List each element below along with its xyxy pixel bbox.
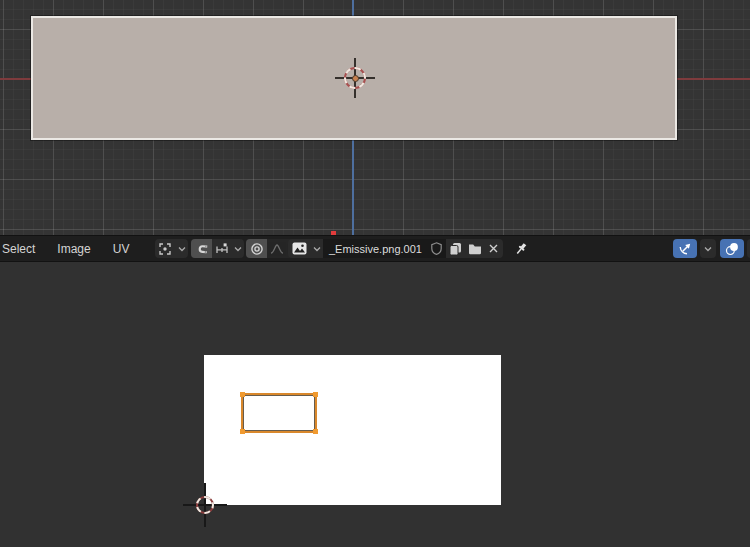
uv-vertex[interactable] (240, 429, 245, 434)
editor-header: Select Image UV (0, 235, 750, 262)
proportional-editing-icon (250, 242, 264, 256)
3d-viewport[interactable] (0, 0, 750, 235)
new-image-button[interactable] (446, 239, 465, 258)
open-image-button[interactable] (465, 239, 484, 258)
snap-magnet-icon (194, 241, 209, 256)
gizmo-toggle-button[interactable] (673, 239, 697, 258)
image-display (204, 355, 501, 505)
uv-vertex[interactable] (313, 429, 318, 434)
overlays-toggle-button[interactable] (720, 239, 744, 258)
fake-user-shield-button[interactable] (427, 239, 446, 258)
menu-image[interactable]: Image (46, 242, 101, 256)
pivot-point-icon (155, 239, 175, 258)
image-datablock-row: _Emissive.png.001 (288, 239, 503, 258)
image-browse-icon (292, 242, 307, 255)
chevron-down-icon (704, 246, 712, 252)
pivot-point-dropdown[interactable] (155, 239, 188, 258)
overlays-icon (725, 242, 739, 256)
snap-toggle-button[interactable] (191, 239, 212, 258)
gizmo-dropdown-chevron[interactable] (700, 239, 716, 258)
snap-increment-icon[interactable] (212, 239, 231, 258)
snapping-group (191, 239, 244, 258)
unlink-image-button[interactable] (484, 239, 503, 258)
pin-button[interactable] (511, 239, 531, 258)
copy-pages-icon (449, 242, 462, 256)
falloff-curve-icon[interactable] (267, 239, 286, 258)
menu-select[interactable]: Select (0, 242, 46, 256)
menu-bar: Select Image UV (0, 236, 140, 261)
close-x-icon (489, 244, 498, 253)
menu-uv[interactable]: UV (102, 242, 141, 256)
pin-icon (514, 242, 528, 256)
image-browse-button[interactable] (288, 239, 310, 258)
gizmo-icon (678, 242, 692, 256)
2d-cursor-ring (196, 496, 214, 514)
image-name-field[interactable]: _Emissive.png.001 (323, 239, 427, 258)
shield-icon (431, 242, 442, 255)
uv-image-canvas[interactable] (0, 262, 750, 547)
uv-vertex[interactable] (240, 392, 245, 397)
3d-cursor-dot (352, 75, 359, 82)
folder-icon (468, 243, 482, 255)
chevron-down-icon (175, 239, 188, 258)
uv-selection-rect[interactable] (241, 393, 317, 433)
uv-vertex[interactable] (313, 392, 318, 397)
chevron-down-icon[interactable] (310, 239, 323, 258)
chevron-down-icon[interactable] (231, 239, 244, 258)
proportional-editing-toggle[interactable] (246, 239, 267, 258)
blender-uv-image-editor: Select Image UV (0, 0, 750, 547)
